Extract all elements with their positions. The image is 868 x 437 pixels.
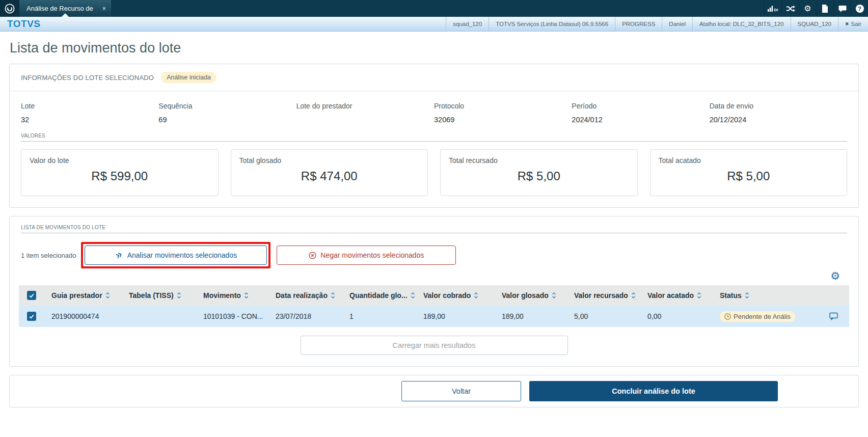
lot-status-badge: Análise iniciada	[161, 72, 216, 83]
sort-icon[interactable]	[105, 291, 110, 299]
row-status-badge: Pendente de Análise	[720, 311, 795, 322]
page-title: Lista de movimentos do lote	[10, 40, 868, 56]
cell-status: Pendente de Análise	[713, 311, 819, 322]
select-all-checkbox[interactable]	[27, 291, 36, 300]
tab-close-icon[interactable]: ×	[98, 5, 106, 12]
valores-section-title: VALORES	[10, 128, 858, 139]
totvs-logo-icon	[0, 0, 19, 17]
env-squad: SQUAD_120	[791, 17, 838, 31]
deny-selected-button[interactable]: Negar movimentos selecionados	[277, 245, 456, 265]
analyze-chevrons-icon	[114, 250, 124, 260]
load-more-button[interactable]: Carregar mais resultados	[301, 336, 568, 355]
tab-analise-de-recurso[interactable]: Análise de Recurso de ×	[19, 0, 111, 17]
card-total-recursado: Total recursado R$ 5,00	[440, 149, 638, 196]
column-guia-prestador[interactable]: Guia prestador	[44, 291, 122, 299]
sort-icon[interactable]	[745, 291, 749, 299]
window-top-bar: Análise de Recurso de × DI ⚙	[0, 0, 868, 17]
brand-totvs: TOTVS	[0, 17, 41, 31]
table-row[interactable]: 201900000474 10101039 - CON... 23/07/201…	[19, 306, 849, 327]
movements-section-title: LISTA DE MOVIMENTOS DO LOTE	[10, 216, 858, 230]
deny-circle-x-icon	[309, 252, 316, 259]
table-header-row: Guia prestador Tabela (TISS) Movimento D…	[19, 285, 849, 306]
column-status[interactable]: Status	[713, 291, 819, 299]
help-icon[interactable]: ?	[851, 0, 868, 17]
cell-valor-acatado: 0,00	[640, 312, 713, 320]
sort-icon[interactable]	[552, 291, 556, 299]
settings-icon[interactable]: ⚙	[799, 0, 816, 17]
sort-icon[interactable]	[411, 291, 415, 299]
cell-valor-recursado: 5,00	[567, 312, 640, 320]
column-valor-cobrado[interactable]: Valor cobrado	[416, 291, 495, 299]
card-total-glosado: Total glosado R$ 474,00	[231, 149, 428, 196]
card-total-acatado: Total acatado R$ 5,00	[650, 149, 848, 196]
column-quantidade-glosada[interactable]: Quantidade glo...	[342, 291, 416, 299]
cell-valor-cobrado: 189,00	[416, 312, 495, 320]
lot-info-panel: INFORMAÇÕES DO LOTE SELECIONADO Análise …	[9, 64, 859, 208]
analyze-selected-button[interactable]: Analisar movimentos selecionados	[85, 245, 267, 265]
field-periodo: Período 2024/012	[572, 102, 709, 125]
tab-title: Análise de Recurso de	[26, 5, 98, 12]
field-protocolo: Protocolo 32069	[434, 102, 572, 125]
confirm-analysis-button[interactable]: Concluir análise do lote	[529, 381, 778, 401]
field-sequencia: Sequência 69	[158, 102, 296, 125]
sort-icon[interactable]	[697, 291, 701, 299]
env-product: TOTVS Serviços (Linha Datasul) 06.9.5566	[489, 17, 615, 31]
selection-count-text: 1 item selecionado	[21, 252, 76, 259]
sort-icon[interactable]	[474, 291, 478, 299]
field-lote: Lote 32	[21, 102, 158, 125]
sort-icon[interactable]	[331, 291, 335, 299]
chart-di-label: DI	[774, 8, 778, 12]
back-button[interactable]: Voltar	[401, 381, 521, 401]
column-valor-recursado[interactable]: Valor recursado	[567, 291, 640, 299]
red-annotation-box: Analisar movimentos selecionados	[81, 242, 270, 268]
logout-label: Sair	[851, 21, 861, 27]
movements-panel: LISTA DE MOVIMENTOS DO LOTE 1 item selec…	[9, 216, 859, 367]
table-settings-icon[interactable]: ⚙	[830, 270, 840, 281]
column-movimento[interactable]: Movimento	[196, 291, 268, 299]
cell-data-realizacao: 23/07/2018	[268, 312, 342, 320]
cell-movimento: 10101039 - CON...	[196, 312, 268, 320]
row-checkbox[interactable]	[27, 312, 36, 321]
sort-icon[interactable]	[177, 291, 181, 299]
field-data-envio: Data de envio 20/12/2024	[710, 102, 847, 125]
cell-guia-prestador: 201900000474	[44, 312, 122, 320]
env-company: squad_120	[446, 17, 489, 31]
chart-di-icon[interactable]: DI	[764, 0, 781, 17]
movements-table: Guia prestador Tabela (TISS) Movimento D…	[19, 285, 849, 327]
row-comment-icon[interactable]	[819, 312, 849, 320]
lot-info-section-title: INFORMAÇÕES DO LOTE SELECIONADO	[21, 74, 154, 81]
field-lote-prestador: Lote do prestador	[296, 102, 434, 125]
logout-button[interactable]: ✖ Sair	[838, 17, 868, 31]
column-valor-glosado[interactable]: Valor glosado	[495, 291, 567, 299]
cell-valor-glosado: 189,00	[495, 312, 567, 320]
column-data-realizacao[interactable]: Data realização	[268, 291, 342, 299]
env-shortcut: Atalho local: DLC_32_BITS_120	[692, 17, 791, 31]
document-icon[interactable]	[816, 0, 833, 17]
env-user: Daniel	[662, 17, 692, 31]
footer-actions-panel: Voltar Concluir análise do lote	[9, 375, 859, 407]
cell-quantidade-glosada: 1	[342, 312, 416, 320]
sort-icon[interactable]	[244, 291, 249, 299]
card-valor-do-lote: Valor do lote R$ 599,00	[21, 149, 219, 196]
column-valor-acatado[interactable]: Valor acatado	[640, 291, 713, 299]
topbar-spacer	[111, 0, 764, 17]
environment-bar: TOTVS squad_120 TOTVS Serviços (Linha Da…	[0, 17, 868, 32]
column-tabela-tiss[interactable]: Tabela (TISS)	[122, 291, 196, 299]
shuffle-icon[interactable]	[781, 0, 799, 17]
env-database: PROGRESS	[615, 17, 662, 31]
sort-icon[interactable]	[631, 291, 636, 299]
clock-icon	[724, 313, 731, 320]
chat-icon[interactable]	[833, 0, 851, 17]
logout-x-icon: ✖	[845, 21, 849, 26]
